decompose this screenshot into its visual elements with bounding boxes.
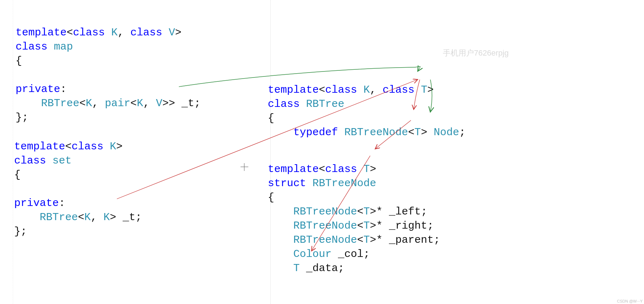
code-rbtree-block: template<class K, class T> class RBTree … [268,69,465,139]
crosshair-cursor-icon [241,163,248,171]
watermark-top: 手机用户7626erpjg [443,48,509,58]
guide-line-left [13,0,13,304]
watermark-bottom: CSDN @W···Y [617,299,643,303]
code-map-block: template<class K, class V> class map { p… [16,11,200,125]
kw-template: template [16,27,67,39]
code-set-block: template<class K> class set { private: R… [14,125,142,239]
code-rbtreenode-block: template<class T> struct RBTreeNode { RB… [268,148,440,275]
